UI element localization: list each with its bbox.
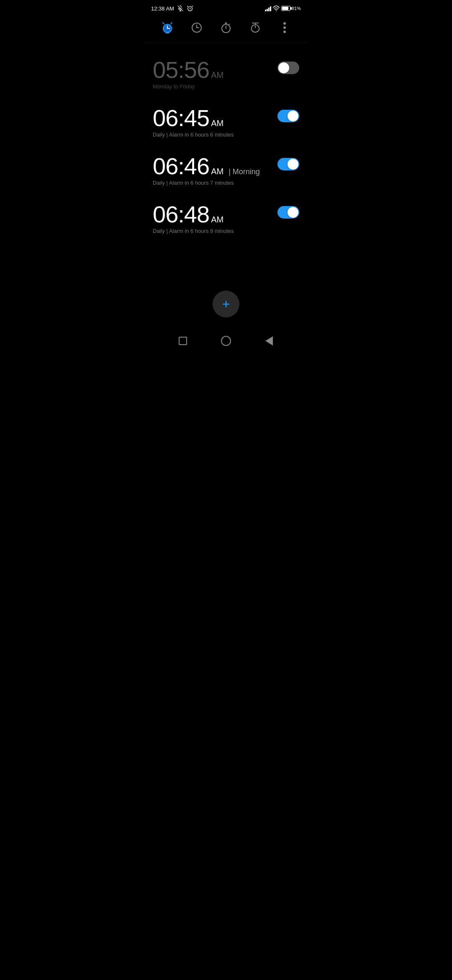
alarm-toggle-3[interactable] <box>277 158 299 170</box>
alarm-info-2: 06:45 AM Daily | Alarm in 6 hours 6 minu… <box>153 106 234 138</box>
recent-apps-button[interactable] <box>177 335 189 347</box>
alarm-item-4[interactable]: 06:48 AM Daily | Alarm in 6 hours 9 minu… <box>153 194 299 242</box>
tab-stopwatch[interactable] <box>216 19 236 36</box>
circle-icon <box>221 336 231 346</box>
svg-line-5 <box>163 23 164 24</box>
tab-timer[interactable] <box>245 19 265 36</box>
alarm-item-1[interactable]: 05:56 AM Monday to Friday <box>153 50 299 98</box>
stopwatch-tab-icon <box>219 21 233 34</box>
alarm-subtitle-3: Daily | Alarm in 6 hours 7 minutes <box>153 180 260 186</box>
alarm-info-4: 06:48 AM Daily | Alarm in 6 hours 9 minu… <box>153 203 234 234</box>
alarms-list: 05:56 AM Monday to Friday 06:45 AM Daily… <box>144 43 308 282</box>
svg-line-6 <box>171 23 172 24</box>
back-icon <box>265 336 273 346</box>
alarm-ampm-4: AM <box>211 215 223 224</box>
more-dots-icon <box>278 21 291 34</box>
alarm-time-area-4: 06:48 AM <box>153 203 234 226</box>
back-button[interactable] <box>263 335 275 347</box>
bottom-nav-bar <box>144 330 308 353</box>
alarm-toggle-1[interactable] <box>277 62 299 74</box>
home-button[interactable] <box>220 335 232 347</box>
alarm-ampm-1: AM <box>211 70 223 80</box>
toggle-knob-2 <box>288 111 298 121</box>
alarm-info-3: 06:46 AM | Morning Daily | Alarm in 6 ho… <box>153 155 260 186</box>
timer-tab-icon <box>249 21 262 34</box>
tab-alarm[interactable] <box>157 19 177 36</box>
svg-point-23 <box>283 31 286 33</box>
alarm-toggle-2[interactable] <box>277 110 299 122</box>
alarm-toggle-4[interactable] <box>277 206 299 219</box>
alarm-label-3: | Morning <box>229 168 260 176</box>
more-options-button[interactable] <box>275 19 295 36</box>
toggle-knob-3 <box>288 159 298 170</box>
alarm-item-2[interactable]: 06:45 AM Daily | Alarm in 6 hours 6 minu… <box>153 98 299 146</box>
battery-icon <box>281 6 290 11</box>
status-bar: 12:38 AM 81% <box>144 0 308 15</box>
alarm-time-area-3: 06:46 AM | Morning <box>153 155 260 178</box>
alarm-hour-2: 06:45 <box>153 106 209 130</box>
status-time-area: 12:38 AM <box>151 5 193 12</box>
signal-icon <box>265 5 271 11</box>
alarm-subtitle-4: Daily | Alarm in 6 hours 9 minutes <box>153 228 234 234</box>
toggle-knob-4 <box>288 207 298 218</box>
tab-clock[interactable] <box>187 19 207 36</box>
alarm-tab-icon <box>161 21 174 34</box>
square-icon <box>179 337 187 345</box>
alarm-schedule-1: Monday to Friday <box>153 83 223 90</box>
alarm-info-1: 05:56 AM Monday to Friday <box>153 58 223 90</box>
alarm-hour-4: 06:48 <box>153 203 209 226</box>
svg-point-22 <box>283 26 286 29</box>
battery-percent: 81% <box>292 6 301 11</box>
clock-tab-icon <box>190 21 203 34</box>
status-time: 12:38 AM <box>151 5 174 12</box>
add-alarm-icon: + <box>222 297 230 311</box>
svg-point-4 <box>276 10 277 11</box>
svg-point-21 <box>283 22 286 25</box>
alarm-hour-3: 06:46 <box>153 155 209 178</box>
alarm-time-area-1: 05:56 AM <box>153 58 223 82</box>
wifi-icon <box>273 5 280 11</box>
alarm-ampm-2: AM <box>211 119 223 128</box>
alarm-status-icon <box>187 5 193 12</box>
alarm-ampm-3: AM <box>211 167 223 176</box>
battery-fill <box>282 7 288 10</box>
status-right-icons: 81% <box>265 5 301 11</box>
alarm-item-3[interactable]: 06:46 AM | Morning Daily | Alarm in 6 ho… <box>153 146 299 194</box>
alarm-subtitle-2: Daily | Alarm in 6 hours 6 minutes <box>153 132 234 138</box>
alarm-hour-1: 05:56 <box>153 58 209 82</box>
add-alarm-button[interactable]: + <box>213 291 239 317</box>
alarm-time-area-2: 06:45 AM <box>153 106 234 130</box>
svg-line-19 <box>229 24 230 25</box>
app-nav-bar <box>144 15 308 43</box>
mute-icon <box>177 5 183 11</box>
toggle-knob-1 <box>278 62 289 73</box>
fab-area: + <box>144 282 308 330</box>
battery-area: 81% <box>281 6 301 11</box>
